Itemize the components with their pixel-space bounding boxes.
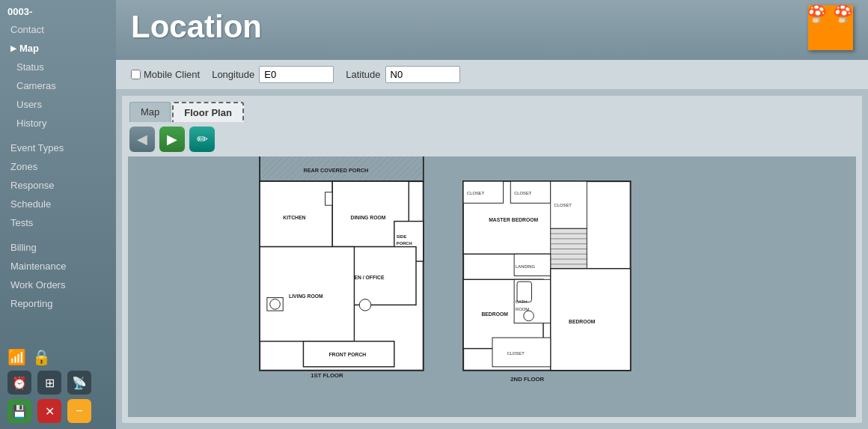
- mushroom-right-icon: 🍄: [833, 4, 853, 24]
- edit-button[interactable]: ✏: [189, 127, 215, 152]
- rss-icon-button[interactable]: 📡: [67, 371, 91, 395]
- latitude-input[interactable]: [385, 66, 460, 83]
- svg-text:DEN / OFFICE: DEN / OFFICE: [350, 275, 384, 280]
- longitude-label: Longitude: [212, 69, 254, 80]
- latitude-label: Latitude: [346, 69, 380, 80]
- page-header: Location: [116, 0, 868, 60]
- svg-text:FRONT PORCH: FRONT PORCH: [328, 352, 366, 357]
- sidebar-item-maintenance[interactable]: Maintenance: [0, 257, 116, 276]
- sidebar-item-map[interactable]: Map: [0, 39, 116, 58]
- longitude-group: Longitude: [212, 66, 334, 83]
- svg-text:MASTER BEDROOM: MASTER BEDROOM: [489, 217, 538, 222]
- svg-text:2ND FLOOR: 2ND FLOOR: [510, 376, 544, 383]
- wifi-icon[interactable]: 📶: [7, 348, 26, 366]
- svg-text:REAR COVERED PORCH: REAR COVERED PORCH: [303, 167, 368, 174]
- controls-bar: Mobile Client Longitude Latitude: [116, 60, 868, 90]
- mushroom-left-icon: 🍄: [807, 4, 827, 24]
- svg-rect-40: [550, 228, 587, 268]
- sidebar-item-event-types[interactable]: Event Types: [0, 139, 116, 157]
- account-id: 0003-: [0, 0, 116, 20]
- sidebar-item-billing[interactable]: Billing: [0, 238, 116, 257]
- tab-bar: Map Floor Plan: [122, 96, 862, 122]
- sidebar-item-work-orders[interactable]: Work Orders: [0, 276, 116, 294]
- sidebar-item-schedule[interactable]: Schedule: [0, 195, 116, 213]
- lock-icon[interactable]: 🔒: [32, 348, 51, 366]
- floorplan-area: REAR COVERED PORCH KITCHEN: [128, 156, 856, 417]
- sidebar-nav: Contact Map Status Cameras Users History…: [0, 20, 116, 342]
- sidebar-item-cameras[interactable]: Cameras: [0, 76, 116, 95]
- svg-text:CLOSET: CLOSET: [467, 191, 485, 195]
- sidebar-icon-row-1: 📶 🔒: [7, 348, 109, 366]
- mushroom-icons: 🍄 🍄: [807, 4, 853, 24]
- alarm-icon-button[interactable]: ⏰: [7, 371, 31, 395]
- svg-text:BEDROOM: BEDROOM: [569, 319, 596, 324]
- sidebar-item-tests[interactable]: Tests: [0, 213, 116, 232]
- sidebar: 0003- Contact Map Status Cameras Users H…: [0, 0, 116, 429]
- sidebar-item-zones[interactable]: Zones: [0, 157, 116, 176]
- back-button[interactable]: ◀: [129, 127, 155, 152]
- tab-map[interactable]: Map: [129, 102, 171, 122]
- grid-icon-button[interactable]: ⊞: [37, 371, 61, 395]
- sidebar-item-history[interactable]: History: [0, 114, 116, 133]
- cancel-button[interactable]: ✕: [37, 399, 61, 423]
- mobile-client-label: Mobile Client: [144, 69, 200, 80]
- svg-text:CLOSET: CLOSET: [507, 351, 525, 356]
- mobile-client-checkbox-label[interactable]: Mobile Client: [131, 69, 200, 80]
- svg-point-23: [359, 299, 371, 311]
- mobile-client-checkbox[interactable]: [131, 70, 141, 79]
- longitude-input[interactable]: [259, 66, 334, 83]
- sidebar-item-contact[interactable]: Contact: [0, 20, 116, 39]
- sidebar-item-status[interactable]: Status: [0, 58, 116, 76]
- floorplan-toolbar: ◀ ▶ ✏: [122, 122, 862, 156]
- svg-text:1ST FLOOR: 1ST FLOOR: [311, 372, 343, 379]
- svg-text:DINING ROOM: DINING ROOM: [350, 215, 385, 220]
- save-button[interactable]: 💾: [7, 399, 31, 423]
- svg-text:PORCH: PORCH: [396, 241, 412, 246]
- minus-button[interactable]: −: [67, 399, 91, 423]
- svg-text:BEDROOM: BEDROOM: [481, 311, 508, 317]
- page-title: Location: [131, 9, 262, 45]
- svg-text:CLOSET: CLOSET: [514, 191, 532, 195]
- sidebar-item-response[interactable]: Response: [0, 176, 116, 195]
- svg-text:SIDE: SIDE: [396, 234, 406, 239]
- sidebar-item-reporting[interactable]: Reporting: [0, 294, 116, 313]
- svg-text:KITCHEN: KITCHEN: [283, 215, 305, 220]
- tab-floorplan[interactable]: Floor Plan: [172, 102, 244, 122]
- floorplan-svg: REAR COVERED PORCH KITCHEN: [238, 156, 747, 417]
- svg-text:LIVING ROOM: LIVING ROOM: [289, 293, 323, 299]
- svg-text:CLOSET: CLOSET: [554, 203, 572, 207]
- svg-text:LANDING: LANDING: [516, 264, 535, 269]
- content-panel: Map Floor Plan ◀ ▶ ✏: [122, 96, 862, 423]
- forward-button[interactable]: ▶: [159, 127, 185, 152]
- sidebar-icon-row-2: ⏰ ⊞ 📡: [7, 371, 109, 395]
- latitude-group: Latitude: [346, 66, 459, 83]
- sidebar-item-users[interactable]: Users: [0, 95, 116, 114]
- sidebar-bottom: 📶 🔒 ⏰ ⊞ 📡 💾 ✕ −: [0, 342, 116, 429]
- svg-rect-26: [266, 298, 282, 311]
- sidebar-icon-row-3: 💾 ✕ −: [7, 399, 109, 423]
- main-content: 🍄 🍄 Location Mobile Client Longitude Lat…: [116, 0, 868, 429]
